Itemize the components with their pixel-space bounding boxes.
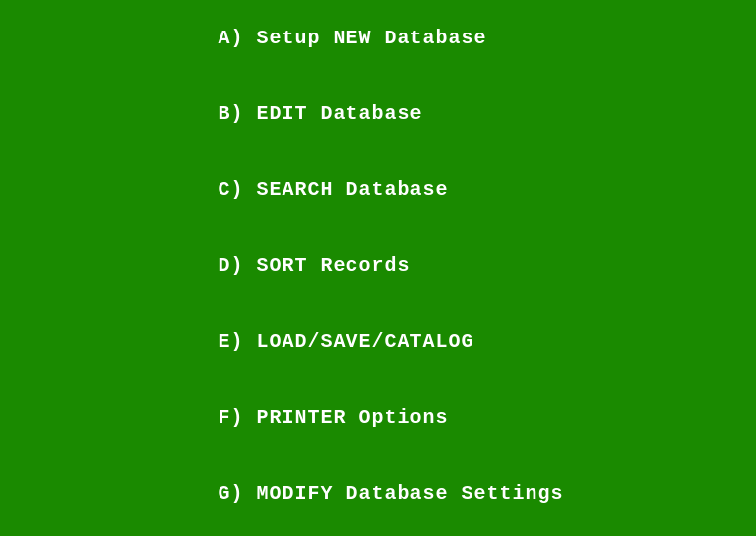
menu-label-e: LOAD/SAVE/CATALOG [256,330,473,353]
menu-item-e[interactable]: E) LOAD/SAVE/CATALOG [141,307,473,375]
menu-item-a[interactable]: A) Setup NEW Database [141,4,486,72]
menu-key-a: A) [218,27,256,49]
menu-label-c: SEARCH Database [256,178,448,201]
menu-key-f: F) [218,406,256,429]
menu-item-g[interactable]: G) MODIFY Database Settings [141,459,563,527]
menu-item-b[interactable]: B) EDIT Database [141,80,422,148]
menu-key-g: G) [218,482,256,504]
menu-key-d: D) [218,254,256,277]
menu-label-f: PRINTER Options [256,406,448,429]
menu-item-d[interactable]: D) SORT Records [141,232,410,300]
menu-key-b: B) [218,102,256,125]
menu-label-b: EDIT Database [256,102,422,125]
menu-item-f[interactable]: F) PRINTER Options [141,383,448,451]
menu-key-e: E) [218,330,256,353]
menu-item-c[interactable]: C) SEARCH Database [141,156,448,224]
menu-key-c: C) [218,178,256,201]
main-menu: A) Setup NEW Database B) EDIT Database C… [141,4,614,537]
menu-label-d: SORT Records [256,254,410,277]
menu-label-a: Setup NEW Database [256,27,486,49]
menu-label-g: MODIFY Database Settings [256,482,563,504]
main-screen: INSTANT RECALL A) Setup NEW Database B) … [0,0,756,536]
